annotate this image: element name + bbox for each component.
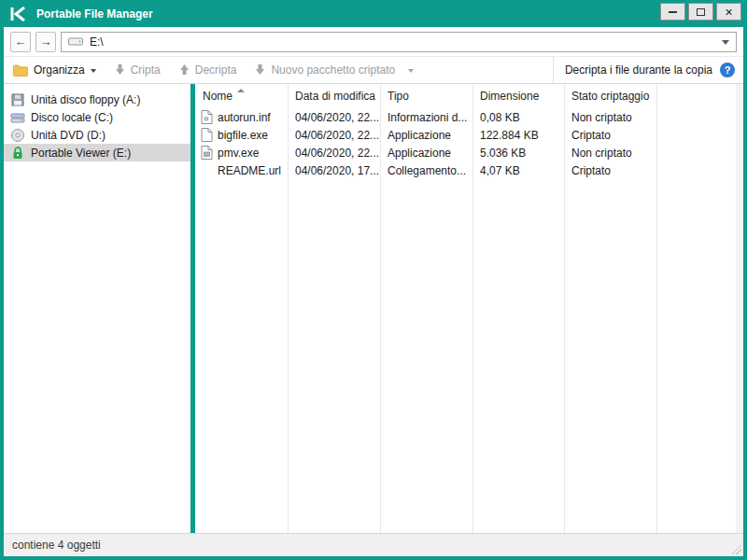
column-header-data-di-modifica[interactable]: Data di modifica — [288, 90, 380, 103]
forward-arrow-icon: → — [40, 35, 52, 49]
sort-ascending-icon — [237, 85, 245, 92]
nuovo-pacchetto-criptato-button: Nuovo pacchetto criptato — [246, 57, 423, 83]
back-arrow-icon: ← — [15, 35, 27, 49]
folder-icon — [13, 64, 28, 77]
window-title: Portable File Manager — [36, 7, 153, 21]
file-size: 122.884 KB — [472, 129, 564, 142]
file-row-autorun-inf[interactable]: autorun.inf 04/06/2020, 22... Informazio… — [195, 108, 743, 126]
file-modified: 04/06/2020, 22... — [288, 147, 380, 160]
file-row-pmv-exe[interactable]: pmv.exe 04/06/2020, 22... Applicazione 5… — [195, 144, 743, 161]
config-file-icon — [201, 110, 213, 124]
encrypt-arrow-icon — [115, 64, 125, 76]
dvd-icon — [10, 128, 25, 143]
blank-file-icon — [201, 163, 213, 177]
file-name: README.url — [218, 164, 281, 177]
main-content: Unità disco floppy (A:) Disco locale (C:… — [4, 84, 743, 533]
cripta-button: Cripta — [106, 57, 170, 83]
toolbar-right-group: Decripta i file durante la copia ? — [553, 57, 735, 83]
file-row-readme-url[interactable]: README.url 04/06/2020, 17... Collegament… — [195, 161, 743, 179]
title-bar: Portable File Manager × — [4, 0, 743, 27]
sidebar-item-dvd-d[interactable]: Unità DVD (D:) — [4, 126, 190, 144]
sidebar-item-floppy-a[interactable]: Unità disco floppy (A:) — [4, 91, 190, 108]
maximize-button[interactable] — [688, 3, 713, 21]
file-row-bigfile-exe[interactable]: bigfile.exe 04/06/2020, 22... Applicazio… — [195, 126, 743, 144]
help-icon[interactable]: ? — [720, 63, 735, 77]
drive-tree: Unità disco floppy (A:) Disco locale (C:… — [4, 84, 190, 533]
file-size: 4,07 KB — [472, 164, 564, 177]
file-type: Applicazione — [380, 129, 472, 142]
lock-icon — [10, 146, 25, 161]
floppy-icon — [10, 92, 25, 107]
sidebar-item-label: Unità DVD (D:) — [31, 129, 106, 142]
drive-icon — [68, 36, 83, 47]
close-button[interactable]: × — [716, 3, 741, 21]
column-headers: Nome Data di modifica Tipo Dimensione St… — [195, 84, 743, 108]
organizza-dropdown-icon — [91, 69, 96, 76]
navigation-bar: ← → E:\ — [4, 27, 743, 56]
file-list-pane: Nome Data di modifica Tipo Dimensione St… — [195, 84, 743, 533]
window-controls: × — [660, 3, 741, 21]
column-header-stato-criptaggio[interactable]: Stato criptaggio — [564, 90, 656, 103]
decripta-label: Decripta — [195, 63, 237, 77]
file-type: Applicazione — [380, 147, 472, 160]
window-body: ← → E:\ Organizza — [4, 27, 743, 556]
app-window: Portable File Manager × ← → E:\ — [0, 0, 747, 560]
sidebar-item-label: Disco locale (C:) — [31, 111, 113, 124]
toolbar: Organizza Cripta Decripta Nuovo pacche — [4, 56, 743, 84]
nuovo-pacchetto-dropdown-icon — [408, 69, 414, 76]
resize-grip[interactable] — [730, 543, 741, 554]
address-bar[interactable]: E:\ — [61, 32, 737, 52]
address-dropdown-icon[interactable] — [722, 40, 729, 49]
file-type: Informazioni d... — [380, 111, 472, 124]
file-name: pmv.exe — [218, 147, 259, 160]
file-type: Collegamento... — [380, 164, 472, 177]
file-modified: 04/06/2020, 22... — [288, 111, 380, 124]
cripta-label: Cripta — [131, 63, 161, 77]
status-text: contiene 4 oggetti — [12, 539, 101, 552]
file-size: 0,08 KB — [472, 111, 564, 124]
minimize-icon — [669, 11, 677, 13]
close-icon: × — [725, 6, 732, 19]
decripta-copia-label: Decripta i file durante la copia — [565, 63, 712, 77]
new-package-arrow-icon — [255, 64, 265, 76]
organizza-button[interactable]: Organizza — [12, 57, 106, 83]
nuovo-pacchetto-label: Nuovo pacchetto criptato — [271, 63, 395, 77]
sidebar-item-local-disk-c[interactable]: Disco locale (C:) — [4, 108, 190, 126]
maximize-icon — [697, 8, 705, 16]
sidebar-item-label: Portable Viewer (E:) — [31, 147, 131, 160]
file-encryption-status: Non criptato — [564, 147, 656, 160]
vertical-scrollbar[interactable] — [736, 84, 743, 533]
file-encryption-status: Criptato — [564, 164, 656, 177]
file-encryption-status: Non criptato — [564, 111, 656, 124]
file-size: 5.036 KB — [472, 147, 564, 160]
file-name: autorun.inf — [218, 111, 271, 124]
file-modified: 04/06/2020, 17... — [288, 164, 380, 177]
address-text: E:\ — [90, 35, 104, 49]
sidebar-item-portable-viewer-e[interactable]: Portable Viewer (E:) — [4, 144, 190, 161]
sidebar-item-label: Unità disco floppy (A:) — [31, 93, 140, 106]
organizza-label: Organizza — [34, 63, 85, 77]
kaspersky-logo-icon — [9, 5, 28, 23]
decripta-button: Decripta — [170, 57, 247, 83]
file-icon — [201, 128, 213, 142]
forward-button[interactable]: → — [35, 32, 56, 52]
decrypt-arrow-icon — [179, 64, 190, 76]
minimize-button[interactable] — [660, 3, 685, 21]
application-icon — [201, 146, 213, 160]
column-header-dimensione[interactable]: Dimensione — [472, 90, 564, 103]
column-header-tipo[interactable]: Tipo — [380, 90, 472, 103]
file-modified: 04/06/2020, 22... — [288, 129, 380, 142]
file-name: bigfile.exe — [218, 129, 268, 142]
back-button[interactable]: ← — [10, 32, 31, 52]
file-encryption-status: Criptato — [564, 129, 656, 142]
status-bar: contiene 4 oggetti — [4, 533, 743, 556]
hard-disk-icon — [10, 110, 25, 125]
